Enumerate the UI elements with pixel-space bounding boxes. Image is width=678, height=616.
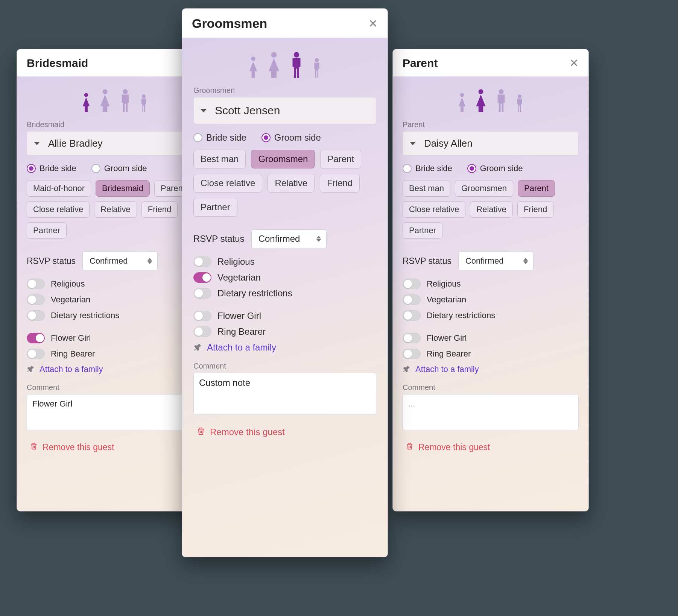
person-man-icon[interactable] [288, 52, 305, 78]
role-chip[interactable]: Relative [94, 201, 137, 218]
guest-card-groomsmen: Groomsmen ✕ Groomsmen Scott Jensen [182, 8, 388, 557]
person-man-icon[interactable] [494, 89, 509, 112]
dietary-toggle[interactable]: Dietary restrictions [27, 310, 203, 321]
dietary-toggle[interactable]: Dietary restrictions [193, 288, 376, 299]
role-chip[interactable]: Relative [268, 174, 315, 193]
religious-toggle[interactable]: Religious [193, 256, 376, 267]
role-chip[interactable]: Parent [320, 150, 361, 168]
vegetarian-toggle[interactable]: Vegetarian [193, 272, 376, 283]
person-girl-icon[interactable] [80, 93, 92, 112]
toggle-label: Religious [217, 256, 255, 267]
role-chip[interactable]: Best man [403, 180, 450, 197]
svg-point-6 [499, 89, 503, 94]
role-chip[interactable]: Best man [193, 150, 246, 168]
flower-girl-toggle[interactable]: Flower Girl [403, 333, 579, 343]
toggle-label: Religious [51, 279, 85, 289]
toggle-label: Flower Girl [51, 333, 91, 343]
pin-icon [27, 364, 35, 374]
toggle-label: Ring Bearer [427, 349, 471, 359]
vegetarian-toggle[interactable]: Vegetarian [27, 294, 203, 305]
flower-girl-toggle[interactable]: Flower Girl [193, 311, 376, 321]
religious-toggle[interactable]: Religious [27, 279, 203, 289]
role-chip[interactable]: Friend [517, 201, 553, 218]
rsvp-row: RSVP status Confirmed [193, 229, 376, 248]
guest-name-select[interactable]: Allie Bradley [27, 131, 203, 155]
person-boy-icon[interactable] [514, 94, 525, 112]
comment-input[interactable]: Custom note [193, 373, 376, 415]
attach-family-button[interactable]: Attach to a family [27, 364, 203, 374]
remove-label: Remove this guest [418, 442, 490, 452]
ring-bearer-toggle[interactable]: Ring Bearer [27, 349, 203, 359]
remove-guest-button[interactable]: Remove this guest [27, 442, 203, 453]
role-chip[interactable]: Close relative [403, 201, 465, 218]
ring-bearer-toggle[interactable]: Ring Bearer [403, 349, 579, 359]
role-chip[interactable]: Groomsmen [455, 180, 513, 197]
groom-side-radio[interactable]: Groom side [467, 164, 523, 173]
toggle-label: Vegetarian [51, 295, 90, 305]
close-icon[interactable]: ✕ [368, 18, 378, 29]
dietary-toggle[interactable]: Dietary restrictions [403, 310, 579, 321]
groom-side-label: Groom side [104, 164, 147, 173]
radio-icon [193, 133, 202, 142]
comment-input[interactable]: ... [403, 394, 579, 430]
role-chip[interactable]: Parent [518, 180, 555, 197]
comment-label: Comment [403, 383, 579, 392]
guest-name-select[interactable]: Daisy Allen [403, 131, 579, 155]
toggle-label: Dietary restrictions [51, 311, 119, 320]
rsvp-select[interactable]: Confirmed [82, 252, 158, 270]
side-radio-group: Bride side Groom side [193, 132, 376, 143]
person-boy-icon[interactable] [310, 58, 323, 78]
person-girl-icon[interactable] [246, 56, 260, 78]
role-chip[interactable]: Maid-of-honor [27, 180, 91, 197]
remove-guest-button[interactable]: Remove this guest [193, 426, 376, 438]
figure-selector [193, 48, 376, 86]
attach-text: Attach to a family [40, 364, 103, 374]
role-chip[interactable]: Relative [470, 201, 512, 218]
role-chip[interactable]: Partner [27, 222, 67, 239]
rsvp-select[interactable]: Confirmed [251, 229, 327, 248]
card-title: Groomsmen [192, 16, 267, 31]
religious-toggle[interactable]: Religious [403, 279, 579, 289]
role-chip[interactable]: Close relative [193, 174, 262, 193]
attach-family-button[interactable]: Attach to a family [193, 342, 376, 353]
person-man-icon[interactable] [118, 89, 133, 112]
bride-side-radio[interactable]: Bride side [193, 132, 246, 143]
comment-input[interactable]: Flower Girl [27, 394, 203, 430]
role-field-label: Bridesmaid [27, 120, 203, 129]
person-boy-icon[interactable] [138, 94, 149, 112]
role-chip[interactable]: Friend [141, 201, 178, 218]
role-chip[interactable]: Partner [193, 198, 237, 217]
role-chip-group: Best man Groomsmen Parent Close relative… [403, 180, 579, 239]
card-body: Groomsmen Scott Jensen Bride side Groom … [182, 38, 388, 449]
person-woman-icon[interactable] [97, 89, 112, 112]
attach-family-button[interactable]: Attach to a family [403, 364, 579, 374]
close-icon[interactable]: ✕ [569, 58, 579, 69]
guest-name: Daisy Allen [424, 138, 572, 149]
person-woman-icon[interactable] [265, 52, 283, 78]
ring-bearer-toggle[interactable]: Ring Bearer [193, 326, 376, 337]
role-chip[interactable]: Groomsmen [251, 150, 315, 168]
bride-side-radio[interactable]: Bride side [403, 164, 452, 173]
rsvp-label: RSVP status [403, 256, 451, 266]
rsvp-row: RSVP status Confirmed [403, 252, 579, 270]
pin-icon [403, 364, 411, 374]
guest-name-select[interactable]: Scott Jensen [193, 97, 376, 124]
person-girl-icon[interactable] [456, 93, 468, 112]
groom-side-label: Groom side [274, 132, 321, 143]
role-chip[interactable]: Friend [320, 174, 360, 193]
groom-side-radio[interactable]: Groom side [261, 132, 321, 143]
flower-girl-toggle[interactable]: Flower Girl [27, 333, 203, 343]
rsvp-value: Confirmed [90, 256, 128, 266]
vegetarian-toggle[interactable]: Vegetarian [403, 294, 579, 305]
radio-icon [91, 164, 100, 173]
role-chip[interactable]: Partner [403, 222, 442, 239]
role-chip[interactable]: Close relative [27, 201, 90, 218]
svg-point-10 [294, 52, 299, 58]
rsvp-select[interactable]: Confirmed [458, 252, 534, 270]
radio-icon [403, 164, 412, 173]
role-chip[interactable]: Bridesmaid [96, 180, 150, 197]
remove-guest-button[interactable]: Remove this guest [403, 442, 579, 453]
bride-side-radio[interactable]: Bride side [27, 164, 76, 173]
person-woman-icon[interactable] [473, 89, 488, 112]
groom-side-radio[interactable]: Groom side [91, 164, 147, 173]
